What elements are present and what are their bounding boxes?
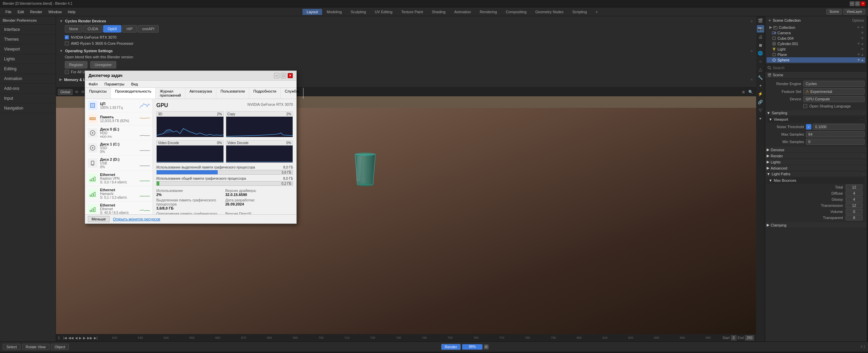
noise-thresh-toggle[interactable]: ✓ — [806, 124, 811, 130]
viewport-tool2[interactable]: 🔍 — [747, 90, 754, 94]
tab-rendering[interactable]: Rendering — [476, 9, 501, 15]
close-btn[interactable]: ✕ — [861, 1, 865, 6]
render-engine-value[interactable]: Cycles — [803, 81, 865, 87]
task-menu-file[interactable]: Файл — [85, 81, 101, 87]
tab-sculpting[interactable]: Sculpting — [347, 9, 370, 15]
viewport-global-btn[interactable]: Global — [58, 89, 73, 95]
sidebar-item-navigation[interactable]: Navigation — [0, 103, 56, 113]
task-item-memory[interactable]: Память 12,0/15,9 ГБ (82%) — [85, 112, 153, 125]
sidebar-item-themes[interactable]: Themes — [0, 35, 56, 44]
sidebar-item-lights[interactable]: Lights — [0, 54, 56, 64]
start-value[interactable]: 0 — [731, 335, 736, 340]
register-btn[interactable]: Register — [65, 61, 87, 68]
task-tab-app-log[interactable]: Журнал приложений — [156, 88, 185, 99]
task-tab-processes[interactable]: Процессы — [85, 88, 111, 99]
prop-tab-scene[interactable]: 🎬 — [757, 17, 764, 24]
sidebar-item-animation[interactable]: Animation — [0, 74, 56, 84]
menu-help[interactable]: Help — [65, 9, 78, 15]
collection-item-light[interactable]: Light 👁 — [767, 46, 865, 52]
task-tab-services[interactable]: Службы — [281, 88, 303, 99]
device-value[interactable]: GPU Compute — [803, 96, 865, 102]
task-item-ethernet1[interactable]: Ethernet Radmin VPN S: 0,0 / 9,4 кбит/с — [85, 171, 153, 186]
task-tab-users[interactable]: Пользователи — [216, 88, 249, 99]
os-section-expand[interactable]: ≡ — [751, 49, 753, 53]
sidebar-item-addons[interactable]: Add-ons — [0, 84, 56, 94]
collection-item-sphere[interactable]: Sphere 👁 ▲ — [767, 57, 865, 63]
maximize-btn[interactable]: □ — [855, 1, 860, 6]
object-mode[interactable]: Object — [51, 344, 69, 350]
bounce-volume-input[interactable] — [846, 209, 863, 214]
properties-search-input[interactable] — [773, 66, 865, 70]
task-mgr-resource-monitor[interactable]: Открыть монитор ресурсов — [113, 217, 160, 221]
tab-geometry-nodes[interactable]: Geometry Nodes — [531, 9, 568, 15]
view-layer-selector[interactable]: ViewLayer — [843, 9, 865, 15]
memory-section-arrow[interactable]: ▶ — [59, 77, 62, 82]
gpu-0-checkbox[interactable]: ✓ — [65, 35, 69, 39]
prop-tab-constraints[interactable]: 🔗 — [757, 98, 764, 106]
collection-item-plane[interactable]: Plane 👁 ▲ — [767, 52, 865, 57]
prop-tab-modifier[interactable]: 🔧 — [757, 74, 764, 81]
gpu-1-checkbox[interactable] — [65, 41, 69, 45]
sidebar-item-viewport[interactable]: Viewport — [0, 44, 56, 54]
render-cancel-btn[interactable]: ✕ — [484, 345, 489, 349]
sampling-section-header[interactable]: ▼ Sampling ⋯ — [765, 110, 867, 116]
bounce-total-input[interactable] — [846, 184, 863, 190]
prop-tab-material[interactable]: ● — [757, 115, 764, 122]
next-frame-btn[interactable]: ▶ — [82, 336, 86, 340]
prop-tab-render[interactable]: 📷 — [757, 25, 764, 33]
collection-item-cube[interactable]: Cube.004 👁 — [767, 36, 865, 41]
task-tab-performance[interactable]: Производительность — [111, 88, 156, 99]
tab-modeling[interactable]: Modeling — [323, 9, 346, 15]
task-item-disk1[interactable]: Диск 1 (C:) SSD 0% — [85, 140, 153, 156]
end-value[interactable]: 250 — [745, 335, 754, 340]
device-optix-btn[interactable]: OptiX — [103, 25, 121, 33]
collection-options[interactable]: Options — [852, 19, 864, 22]
prop-tab-view-layer[interactable]: ◼ — [757, 41, 764, 49]
lights-section-header[interactable]: ▶ Lights — [765, 159, 867, 165]
cycles-section-arrow[interactable]: ▼ — [59, 19, 63, 23]
task-mgr-close[interactable]: ✕ — [288, 73, 293, 78]
prop-tab-output[interactable]: 🖨 — [757, 33, 764, 41]
memory-section-expand[interactable]: ≡ — [751, 78, 753, 81]
feature-set-value[interactable]: ⚠ Experimental — [803, 88, 865, 95]
prop-tab-physics[interactable]: ⚡ — [757, 90, 764, 98]
cycles-section-expand[interactable]: ≡ — [751, 19, 753, 23]
menu-file[interactable]: File — [3, 9, 14, 15]
task-item-disk0[interactable]: Диск 0 (E:) HDD HDD 5% — [85, 125, 153, 140]
play-btn[interactable]: ▶ — [78, 336, 82, 340]
prop-tab-particles[interactable]: ✦ — [757, 82, 764, 90]
sidebar-item-input[interactable]: Input — [0, 94, 56, 103]
viewport-icon1[interactable]: ⟲ — [74, 90, 79, 94]
max-bounces-section[interactable]: ▼ Max Bounces — [767, 178, 865, 183]
tab-animation[interactable]: Animation — [450, 9, 475, 15]
task-mgr-less-btn[interactable]: Меньше — [88, 216, 110, 222]
task-item-ethernet3[interactable]: Ethernet Ethernet S: 40,8 / 8,5 кбит/с — [85, 201, 153, 214]
prev-frame-btn[interactable]: ◀ — [74, 336, 78, 340]
task-menu-params[interactable]: Параметры — [101, 81, 128, 87]
bounce-transparent-input[interactable] — [846, 215, 863, 220]
collection-item-cylinder[interactable]: Cylinder.001 👁 ▲ — [767, 41, 865, 46]
light-paths-section-header[interactable]: ▼ Light Paths ⋯ — [765, 171, 867, 177]
unregister-btn[interactable]: Unregister — [90, 61, 116, 68]
menu-window[interactable]: Window — [46, 9, 64, 15]
tab-texture-paint[interactable]: Texture Paint — [397, 9, 427, 15]
select-tool[interactable]: Select — [3, 344, 21, 350]
menu-render[interactable]: Render — [27, 9, 45, 15]
prev-key-btn[interactable]: ◀◀ — [67, 336, 74, 340]
play-end-btn[interactable]: ▶| — [93, 336, 98, 340]
tab-scripting[interactable]: Scripting — [568, 9, 591, 15]
task-tab-autostart[interactable]: Автозагрузка — [185, 88, 217, 99]
tab-compositing[interactable]: Compositing — [502, 9, 531, 15]
device-hip-btn[interactable]: HIP — [122, 25, 137, 33]
advanced-section-header[interactable]: ▶ Advanced — [765, 165, 867, 171]
bounce-diffuse-input[interactable] — [846, 191, 863, 196]
denoise-section-header[interactable]: ▶ Denoise — [765, 147, 867, 153]
collection-item-collection[interactable]: ▶ Collection 👁 👁 — [767, 24, 865, 30]
min-samples-value[interactable]: 0 — [806, 139, 865, 145]
device-cuda-btn[interactable]: CUDA — [83, 25, 102, 33]
scene-selector[interactable]: Scene — [826, 9, 842, 15]
bounce-transmission-input[interactable] — [846, 203, 863, 208]
noise-thresh-value[interactable]: 0.1000 — [813, 124, 865, 130]
render-section-header[interactable]: ▶ Render ⋯ — [765, 153, 867, 159]
task-item-cpu[interactable]: ЦП 100% 1.93 ГГц — [85, 99, 153, 112]
